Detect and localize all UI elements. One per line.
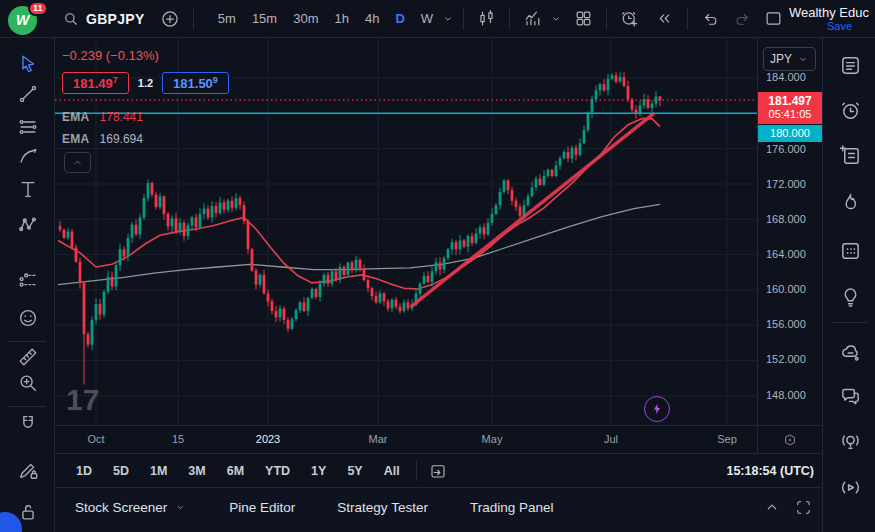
panel-tab-trading-panel[interactable]: Trading Panel [470, 500, 554, 515]
time-tick-label: 2023 [256, 433, 280, 445]
indicator-row[interactable]: EMA178.441 [62, 106, 229, 128]
currency-dropdown[interactable]: JPY [763, 47, 816, 71]
broadcast-icon[interactable] [836, 473, 864, 501]
magnet-icon[interactable] [14, 410, 42, 438]
timeframe-30m[interactable]: 30m [286, 8, 325, 29]
price-tick-label: 152.000 [766, 353, 806, 365]
text-icon[interactable] [14, 175, 42, 203]
indicators-button[interactable] [519, 5, 546, 33]
clock[interactable]: 15:18:54 (UTC) [726, 464, 814, 478]
toolbar-separator [8, 341, 46, 342]
panel-expand-icon[interactable] [763, 498, 781, 516]
layout-name[interactable]: Wealthy Educ [789, 5, 875, 20]
time-tick-label: Jul [604, 433, 618, 445]
emoji-icon[interactable] [14, 304, 42, 332]
timeframe-W[interactable]: W [414, 8, 440, 29]
chart-style-button[interactable] [473, 5, 500, 33]
chat-icon[interactable] [836, 382, 864, 410]
timeframe-group: 5m15m30m1h4hDW [211, 8, 440, 29]
ask-price-button[interactable]: 181.509 [162, 72, 229, 94]
bottom-panel-bar: Stock ScreenerPine EditorStrategy Tester… [55, 487, 822, 532]
lightning-icon[interactable] [644, 396, 670, 422]
sidebar-separator [831, 322, 867, 323]
panel-tab-label: Pine Editor [229, 500, 295, 515]
ruler-icon[interactable] [14, 343, 42, 371]
go-to-date-icon[interactable] [425, 458, 451, 484]
save-button[interactable]: Save [827, 20, 875, 32]
range-1D[interactable]: 1D [68, 461, 100, 481]
ideas-bulb-icon[interactable] [836, 282, 864, 310]
svg-text:17: 17 [66, 383, 99, 416]
toolbar-separator [8, 406, 46, 407]
range-All[interactable]: All [376, 461, 408, 481]
xabcd-pattern-icon[interactable] [14, 211, 42, 239]
range-6M[interactable]: 6M [219, 461, 252, 481]
hotlists-icon[interactable] [836, 188, 864, 216]
panel-tab-label: Trading Panel [470, 500, 554, 515]
time-tick-label: May [482, 433, 503, 445]
layout-grid-button[interactable] [570, 5, 597, 33]
chart-legend: −0.239 (−0.13%) 181.497 1.2 181.509 EMA1… [62, 48, 229, 150]
create-alert-button[interactable] [616, 5, 643, 33]
drawing-toolbar [0, 38, 55, 532]
price-tick-label: 156.000 [766, 318, 806, 330]
calendar-icon[interactable] [836, 236, 864, 264]
panel-tab-label: Strategy Tester [337, 500, 428, 515]
search-icon [62, 10, 80, 28]
panel-tab-pine-editor[interactable]: Pine Editor [229, 500, 295, 515]
axis-settings-corner [757, 425, 822, 453]
timeframe-1h[interactable]: 1h [327, 8, 355, 29]
range-1Y[interactable]: 1Y [303, 461, 334, 481]
bid-price-button[interactable]: 181.497 [62, 72, 129, 94]
price-tick-label: 184.000 [766, 71, 806, 83]
partial-bottom-icon[interactable] [836, 515, 864, 532]
legend-collapse-button[interactable] [64, 152, 91, 173]
chevron-down-icon[interactable] [440, 5, 456, 33]
symbol-search[interactable]: GBPJPY [62, 10, 145, 28]
timeframe-5m[interactable]: 5m [211, 8, 243, 29]
range-5D[interactable]: 5D [105, 461, 137, 481]
redo-button[interactable] [729, 5, 756, 33]
panel-tab-label: Stock Screener [75, 500, 167, 515]
compare-add-button[interactable] [157, 5, 184, 33]
maximize-icon[interactable] [795, 499, 812, 516]
time-axis[interactable]: Oct152023MarMayJulSep [55, 425, 757, 453]
top-toolbar: W 11 GBPJPY 5m15m30m1h4hDW Wealthy Educ … [0, 0, 875, 38]
alerts-clock-icon[interactable] [836, 96, 864, 124]
time-tick-label: Sep [717, 433, 737, 445]
range-3M[interactable]: 3M [180, 461, 213, 481]
timeframe-D[interactable]: D [388, 8, 411, 29]
fib-lines-icon[interactable] [14, 113, 42, 141]
range-YTD[interactable]: YTD [257, 461, 298, 481]
minds-cloud-icon[interactable] [836, 338, 864, 366]
trend-line-icon[interactable] [14, 80, 42, 108]
brush-icon[interactable] [14, 142, 42, 170]
panel-tab-stock-screener[interactable]: Stock Screener [75, 500, 187, 515]
currency-label: JPY [770, 52, 792, 66]
price-tick-label: 176.000 [766, 143, 806, 155]
chart-area[interactable]: 17 −0.239 (−0.13%) 181.497 1.2 181.509 E… [55, 38, 757, 425]
date-ranges-bar: 1D5D1M3M6MYTD1Y5YAll 15:18:54 (UTC) [55, 453, 822, 487]
bid-ask-row: 181.497 1.2 181.509 [62, 72, 229, 94]
timeframe-15m[interactable]: 15m [245, 8, 284, 29]
chevron-down-icon[interactable] [548, 5, 564, 33]
zoom-in-icon[interactable] [14, 369, 42, 397]
gear-icon[interactable] [782, 432, 798, 448]
save-layout-icon[interactable] [760, 5, 787, 33]
notes-icon[interactable] [836, 141, 864, 169]
watchlist-icon[interactable] [836, 51, 864, 79]
logo-wrap[interactable]: W 11 [8, 2, 46, 36]
forecast-icon[interactable] [14, 266, 42, 294]
streams-icon[interactable] [836, 427, 864, 455]
drawing-lock-icon[interactable] [14, 456, 42, 484]
panel-tab-strategy-tester[interactable]: Strategy Tester [337, 500, 428, 515]
bar-replay-button[interactable] [651, 5, 678, 33]
timeframe-4h[interactable]: 4h [358, 8, 386, 29]
price-tick-label: 164.000 [766, 248, 806, 260]
undo-button[interactable] [697, 5, 724, 33]
indicator-row[interactable]: EMA169.694 [62, 128, 229, 150]
range-5Y[interactable]: 5Y [339, 461, 370, 481]
price-axis[interactable]: JPY 181.497 05:41:05 180.000 184.000176.… [757, 38, 822, 425]
cursor-icon[interactable] [14, 50, 42, 78]
range-1M[interactable]: 1M [142, 461, 175, 481]
